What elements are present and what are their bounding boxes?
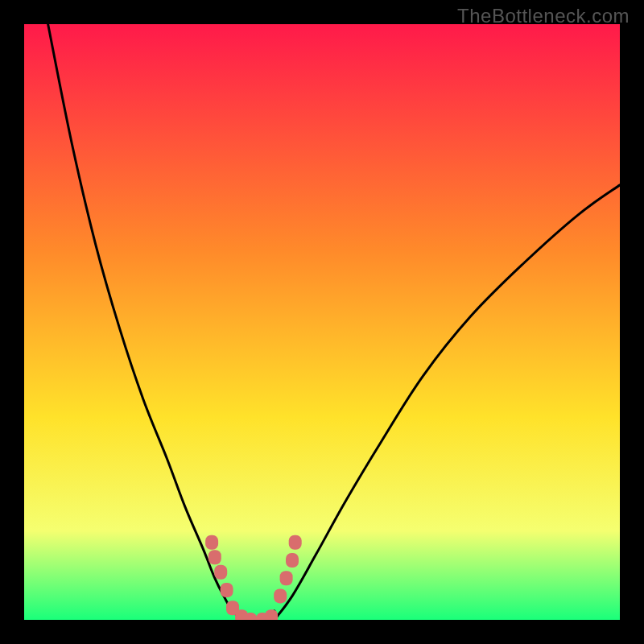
watermark-text: TheBottleneck.com [457, 5, 630, 27]
marker-1 [208, 550, 221, 564]
gradient-rect [24, 24, 620, 620]
marker-12 [289, 535, 302, 550]
marker-11 [286, 553, 299, 568]
marker-2 [214, 565, 227, 580]
chart-container: TheBottleneck.com [0, 0, 644, 644]
plot-area [24, 24, 620, 620]
marker-3 [221, 583, 233, 597]
marker-0 [205, 535, 218, 550]
marker-8 [265, 609, 278, 620]
marker-9 [274, 588, 287, 603]
plot-svg [24, 24, 620, 620]
marker-10 [280, 571, 293, 585]
